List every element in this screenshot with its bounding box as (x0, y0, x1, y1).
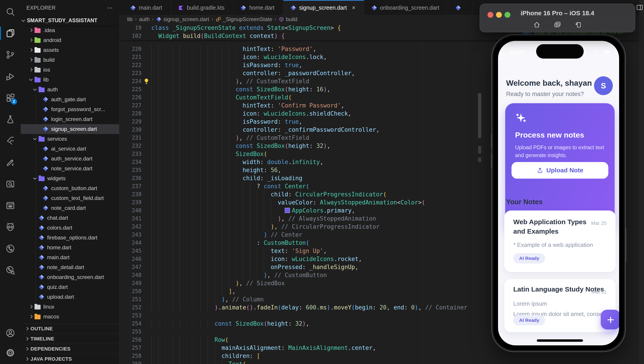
breadcrumb-item[interactable]: _SignupScreenState (216, 16, 272, 23)
tree-item-forgot_password_scr...[interactable]: forgot_password_scr... (21, 104, 119, 114)
tree-item-onboarding_screen.dart[interactable]: onboarding_screen.dart (21, 272, 119, 282)
account-button[interactable] (3, 326, 18, 340)
firebase-button[interactable] (3, 220, 18, 234)
tree-item-.idea[interactable]: .idea (21, 25, 119, 35)
tree-item-build[interactable]: build (21, 55, 119, 65)
dart-icon (42, 156, 48, 162)
tree-item-label: home.dart (47, 244, 71, 251)
zoom-traffic-light[interactable] (504, 12, 510, 18)
tree-item-services[interactable]: services (21, 134, 119, 144)
tab-home.dart[interactable]: home.dart (233, 0, 283, 15)
editor-scrollbar[interactable] (478, 93, 481, 138)
screenshot-button[interactable] (554, 21, 561, 29)
rotate-button[interactable] (574, 21, 582, 29)
search-button[interactable] (3, 5, 18, 19)
tab-build.gradle.kts[interactable]: build.gradle.kts (171, 0, 233, 15)
devtools-button[interactable] (3, 198, 18, 213)
tree-item-lib[interactable]: lib (21, 75, 119, 85)
tab-main.dart[interactable]: main.dart (123, 0, 171, 15)
close-icon[interactable]: × (352, 4, 356, 11)
run-debug-button[interactable] (3, 69, 18, 84)
flutter-button[interactable] (3, 134, 18, 148)
note-card[interactable]: Latin Language Study NotesMar 11Lorem ip… (504, 279, 616, 332)
section-timeline[interactable]: TIMELINE (21, 334, 119, 344)
iphone-bezel: 10:25 Welcome back, shayan 👋 Ready to ma… (493, 36, 624, 350)
section-dependencies[interactable]: DEPENDENCIES (21, 344, 119, 354)
commit-graph-button[interactable] (3, 241, 18, 256)
home-button[interactable] (533, 21, 541, 29)
project-root-item[interactable]: SMART_STUDY_ASSISTANT (21, 16, 119, 25)
extensions-badge: 2 (11, 99, 17, 105)
activity-bar: 2 (0, 0, 21, 364)
testing-button[interactable] (3, 112, 18, 127)
tree-item-note_detail.dart[interactable]: note_detail.dart (21, 262, 119, 272)
tree-item-label: auth_gate.dart (51, 96, 86, 103)
minimize-traffic-light[interactable] (496, 12, 502, 18)
tree-item-colors.dart[interactable]: colors.dart (21, 223, 119, 233)
tree-item-quiz.dart[interactable]: quiz.dart (21, 282, 119, 292)
source-control-button[interactable] (3, 48, 18, 62)
note-card[interactable]: Web Application Types and ExamplesMar 25… (504, 210, 616, 272)
tree-item-chat.dart[interactable]: chat.dart (21, 213, 119, 223)
tree-item-note_card.dart[interactable]: note_card.dart (21, 203, 119, 213)
widget-search-button[interactable] (3, 177, 18, 191)
breadcrumb-item[interactable]: auth (139, 16, 150, 23)
tab-onboarding_screen.dart[interactable]: onboarding_screen.dart (364, 0, 448, 15)
tree-item-note_service.dart[interactable]: note_service.dart (21, 164, 119, 173)
simulator-window[interactable]: iPhone 16 Pro – iOS 18.4 (480, 4, 635, 32)
tab-signup_screen.dart[interactable]: signup_screen.dart× (283, 0, 364, 15)
tree-item-assets[interactable]: assets (21, 45, 119, 55)
upload-note-button[interactable]: Upload Note (512, 162, 608, 179)
tree-item-signup_screen.dart[interactable]: signup_screen.dart (21, 124, 119, 134)
commit-search-button[interactable] (3, 263, 18, 277)
close-traffic-light[interactable] (488, 12, 493, 18)
tree-item-macos[interactable]: macos (21, 312, 119, 321)
extensions-button[interactable]: 2 (3, 91, 18, 105)
tree-item-widgets[interactable]: widgets (21, 173, 119, 183)
section-outline[interactable]: OUTLINE (21, 324, 119, 334)
tab-hidden[interactable] (448, 0, 473, 15)
tree-item-label: colors.dart (47, 225, 72, 231)
breadcrumb-item[interactable]: build (279, 16, 297, 23)
chevron-right-icon (28, 67, 33, 72)
tree-item-main.dart[interactable]: main.dart (21, 252, 119, 262)
breadcrumb-item[interactable]: lib (127, 16, 132, 23)
tree-item-custom_button.dart[interactable]: custom_button.dart (21, 183, 119, 193)
tree-item-auth[interactable]: auth (21, 85, 119, 95)
line-number: 239 (119, 198, 142, 206)
tree-item-linux[interactable]: linux (21, 302, 119, 312)
tree-item-home.dart[interactable]: home.dart (21, 243, 119, 252)
breadcrumb-separator: › (152, 16, 154, 22)
tree-item-label: note_detail.dart (47, 264, 84, 270)
settings-button[interactable] (3, 345, 18, 360)
vscode-window: 2 EXPLORER ⋯ SMART_STUDY_ASSISTANT .idea… (0, 0, 644, 364)
promo-title: Process new notes (515, 131, 584, 139)
tree-item-login_screen.dart[interactable]: login_screen.dart (21, 114, 119, 124)
section-java-projects[interactable]: JAVA PROJECTS (21, 354, 119, 364)
line-number: 226 (119, 93, 142, 101)
tree-item-upload.dart[interactable]: upload.dart (21, 292, 119, 302)
tree-item-ai_service.dart[interactable]: ai_service.dart (21, 144, 119, 154)
line-number: 231 (119, 134, 142, 142)
flutter-outline-button[interactable] (3, 155, 18, 170)
explorer-button[interactable] (3, 26, 18, 40)
dart-icon (38, 294, 44, 300)
tree-item-auth_service.dart[interactable]: auth_service.dart (21, 154, 119, 164)
tab-label: build.gradle.kts (187, 5, 224, 11)
breadcrumb-item[interactable]: signup_screen.dart (156, 16, 209, 23)
tree-item-firebase_options.dart[interactable]: firebase_options.dart (21, 233, 119, 243)
commit-search-icon (6, 265, 15, 275)
lightbulb-icon[interactable] (143, 78, 150, 85)
tree-item-android[interactable]: android (21, 35, 119, 45)
avatar[interactable]: S (594, 76, 613, 95)
tree-item-auth_gate.dart[interactable]: auth_gate.dart (21, 95, 119, 104)
scrollbar-mark (478, 158, 481, 162)
tree-item-ios[interactable]: ios (21, 65, 119, 75)
more-actions-icon[interactable]: ⋯ (107, 5, 113, 12)
tree-item-custom_text_field.dart[interactable]: custom_text_field.dart (21, 193, 119, 203)
sidebar-sections: OUTLINETIMELINEDEPENDENCIESJAVA PROJECTS (21, 324, 119, 364)
add-note-fab[interactable]: + (601, 310, 619, 329)
split-editor-icon[interactable] (636, 4, 644, 11)
dart-icon (38, 245, 44, 250)
breadcrumb-label: _SignupScreenState (223, 16, 272, 23)
